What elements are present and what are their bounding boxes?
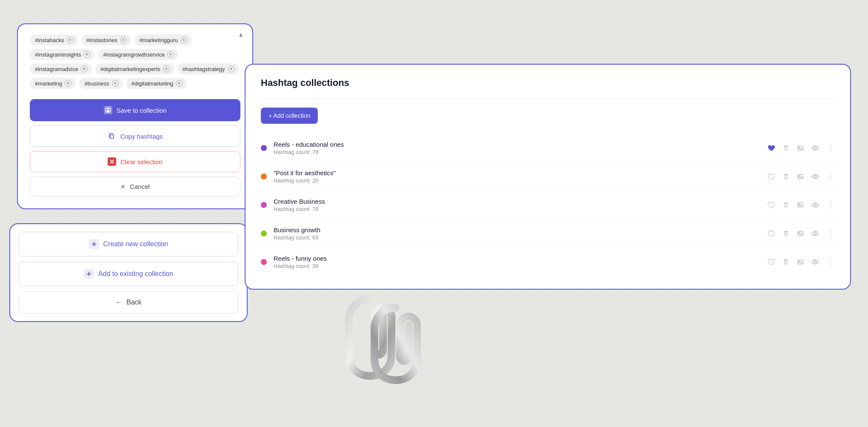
collection-count: Hashtag count: 39 [274, 263, 767, 269]
hashtag-chip: #marketingguru✕ [134, 34, 191, 46]
favorite-icon[interactable] [767, 230, 775, 237]
hashtag-collections-panel: Hashtag collections + Add collection Ree… [245, 64, 851, 290]
collection-item: Creative Business Hashtag count: 78 [261, 191, 835, 219]
more-options-icon[interactable]: ⋮ [827, 172, 835, 181]
collection-options-panel: Create new collection Add to existing co… [9, 223, 248, 322]
collection-name: "Post it for aesthetics" [274, 169, 767, 176]
remove-hashtag-icon[interactable]: ✕ [163, 65, 170, 72]
remove-hashtag-icon[interactable]: ✕ [167, 51, 174, 58]
image-icon[interactable] [797, 145, 804, 151]
favorite-icon[interactable] [767, 201, 775, 209]
remove-hashtag-icon[interactable]: ✕ [176, 80, 183, 87]
favorite-icon[interactable] [767, 258, 775, 266]
collections-title: Hashtag collections [261, 77, 835, 88]
collection-count: Hashtag count: 20 [274, 177, 767, 184]
x-icon: ✕ [120, 183, 126, 190]
remove-hashtag-icon[interactable]: ✕ [67, 37, 74, 43]
panel-chevron-icon[interactable]: ▲ [238, 31, 244, 38]
favorite-icon[interactable] [767, 144, 775, 152]
image-icon[interactable] [797, 230, 804, 237]
more-options-icon[interactable]: ⋮ [827, 257, 835, 267]
back-button[interactable]: ← Back [19, 291, 238, 313]
collection-actions: ⋮ [767, 229, 835, 238]
delete-icon[interactable] [782, 230, 789, 237]
remove-hashtag-icon[interactable]: ✕ [228, 65, 234, 72]
more-options-icon[interactable]: ⋮ [827, 200, 835, 210]
plus-folder-icon [89, 239, 99, 249]
view-icon[interactable] [811, 173, 819, 180]
remove-hashtag-icon[interactable]: ✕ [83, 51, 90, 58]
collection-info: "Post it for aesthetics" Hashtag count: … [274, 169, 767, 184]
svg-point-12 [814, 204, 817, 206]
hashtag-chip: #hashtagstrategy✕ [177, 63, 239, 74]
add-to-existing-collection-button[interactable]: Add to existing collection [19, 262, 238, 286]
collection-color-dot [261, 202, 267, 208]
save-icon [104, 106, 112, 114]
clear-icon [108, 157, 116, 166]
collection-count: Hashtag count: 63 [274, 234, 767, 241]
hashtag-chip: #instahacks✕ [30, 34, 78, 46]
add-collection-button[interactable]: + Add collection [261, 108, 318, 124]
svg-point-15 [814, 233, 817, 235]
collection-actions: ⋮ [767, 257, 835, 267]
collection-item: Business growth Hashtag count: 63 [261, 219, 835, 248]
remove-hashtag-icon[interactable]: ✕ [65, 80, 71, 87]
remove-hashtag-icon[interactable]: ✕ [112, 80, 119, 87]
more-options-icon[interactable]: ⋮ [827, 143, 835, 153]
delete-icon[interactable] [782, 145, 789, 151]
image-icon[interactable] [797, 202, 804, 208]
collection-count: Hashtag count: 78 [274, 206, 767, 212]
collection-actions: ⋮ [767, 143, 835, 153]
create-new-collection-button[interactable]: Create new collection [19, 232, 238, 256]
view-icon[interactable] [811, 230, 819, 237]
svg-rect-2 [107, 108, 109, 109]
image-icon[interactable] [797, 173, 804, 180]
hashtag-chip: #instagramgrowthservice✕ [98, 49, 178, 60]
remove-hashtag-icon[interactable]: ✕ [180, 37, 187, 43]
back-arrow-icon: ← [115, 299, 122, 306]
collection-name: Reels - educational ones [274, 141, 767, 148]
delete-icon[interactable] [782, 173, 789, 180]
hashtag-chip: #instastories✕ [81, 34, 131, 46]
collection-item: Reels - educational ones Hashtag count: … [261, 134, 835, 162]
save-to-collection-button[interactable]: Save to collection [30, 99, 240, 121]
favorite-icon[interactable] [767, 173, 775, 180]
collection-item: Reels - funny ones Hashtag count: 39 [261, 248, 835, 276]
collection-color-dot [261, 174, 267, 179]
divider [261, 99, 835, 99]
delete-icon[interactable] [782, 202, 789, 208]
delete-icon[interactable] [782, 259, 789, 265]
collection-info: Business growth Hashtag count: 63 [274, 226, 767, 241]
paperclip-svg [332, 274, 443, 384]
svg-rect-1 [107, 110, 109, 112]
collection-actions: ⋮ [767, 172, 835, 181]
cancel-button[interactable]: ✕ Cancel [30, 176, 240, 196]
hashtag-chip: #instagraminsights✕ [30, 49, 94, 60]
collection-info: Reels - educational ones Hashtag count: … [274, 141, 767, 155]
collection-list: Reels - educational ones Hashtag count: … [261, 134, 835, 276]
view-icon[interactable] [811, 145, 819, 151]
collection-name: Creative Business [274, 198, 767, 205]
remove-hashtag-icon[interactable]: ✕ [120, 37, 127, 43]
copy-hashtags-button[interactable]: Copy hashtags [30, 125, 240, 147]
collection-item: "Post it for aesthetics" Hashtag count: … [261, 162, 835, 191]
collection-count: Hashtag count: 78 [274, 149, 767, 155]
clear-selection-button[interactable]: Clear selection [30, 151, 240, 172]
remove-hashtag-icon[interactable]: ✕ [81, 65, 88, 72]
image-icon[interactable] [797, 259, 804, 265]
svg-point-6 [814, 147, 817, 149]
hashtag-chip: #digitalmarketing✕ [126, 78, 187, 89]
hashtag-chip: #instagramadvice✕ [30, 63, 92, 74]
hashtag-chips-container: #instahacks✕#instastories✕#marketingguru… [30, 34, 240, 89]
hashtag-chip: #digitalmarketingexperts✕ [95, 63, 174, 74]
view-icon[interactable] [811, 202, 819, 208]
collection-name: Reels - funny ones [274, 255, 767, 262]
add-existing-icon [84, 269, 94, 279]
hashtag-chip: #business✕ [79, 78, 123, 89]
hashtag-selector-panel: ▲ #instahacks✕#instastories✕#marketinggu… [17, 23, 253, 209]
more-options-icon[interactable]: ⋮ [827, 229, 835, 238]
svg-point-18 [814, 261, 817, 263]
collection-actions: ⋮ [767, 200, 835, 210]
view-icon[interactable] [811, 259, 819, 265]
collection-color-dot [261, 259, 267, 265]
